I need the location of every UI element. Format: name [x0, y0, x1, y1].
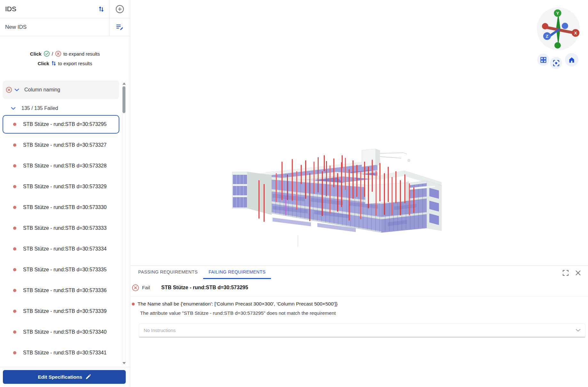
- fail-dot-icon: [13, 310, 16, 313]
- fail-dot-icon: [13, 143, 16, 147]
- scroll-up-arrow-icon[interactable]: [123, 82, 126, 85]
- viewport-3d[interactable]: Y X Z: [131, 0, 588, 266]
- gizmo-axis-y[interactable]: Y: [554, 10, 561, 17]
- hint-bold: Click: [38, 61, 49, 66]
- result-label: STB Stütze - rund:STB d=30:573340: [23, 329, 107, 335]
- result-item[interactable]: STB Stütze - rund:STB d=30:573340: [3, 323, 119, 341]
- gizmo-axis-neg-x[interactable]: [542, 23, 548, 29]
- result-item[interactable]: STB Stütze - rund:STB d=30:573341: [3, 344, 119, 362]
- fail-dot-icon: [13, 206, 16, 209]
- result-label: STB Stütze - rund:STB d=30:573341: [23, 350, 107, 356]
- result-label: STB Stütze - rund:STB d=30:573336: [23, 288, 107, 293]
- requirement-rule: The Name shall be {'enumeration': ['Colu…: [138, 301, 338, 307]
- tab-failing-requirements[interactable]: FAILING REQUIREMENTS: [203, 266, 271, 279]
- chevron-down-icon[interactable]: [11, 107, 16, 110]
- chevron-down-icon: [576, 329, 581, 332]
- result-item[interactable]: STB Stütze - rund:STB d=30:573339: [3, 302, 119, 321]
- hint-expand: Click / to expand results: [0, 50, 130, 57]
- page-title: IDS: [5, 5, 98, 13]
- tab-passing-requirements[interactable]: PASSING REQUIREMENTS: [133, 266, 203, 279]
- gizmo-axis-neg-y[interactable]: [554, 42, 561, 49]
- add-ids-button[interactable]: [115, 5, 124, 13]
- export-results-button[interactable]: [98, 6, 104, 12]
- requirements-panel: PASSING REQUIREMENTS FAILING REQUIREMENT…: [131, 266, 588, 387]
- instructions-placeholder: No Instructions: [144, 328, 176, 333]
- pencil-icon: [85, 374, 91, 380]
- fail-dot-icon: [13, 123, 16, 126]
- fail-dot-icon: [13, 330, 16, 334]
- chevron-down-icon[interactable]: [14, 89, 19, 91]
- list-scrollbar[interactable]: [122, 81, 126, 366]
- hint-text: to export results: [58, 61, 92, 66]
- usage-hints: Click / to expand results Clic: [0, 50, 130, 66]
- hint-export: Click to export results: [0, 60, 130, 66]
- plus-circle-icon: [115, 5, 124, 13]
- svg-text:Z: Z: [546, 34, 548, 39]
- spec-name: Column naming: [24, 87, 60, 93]
- app-root: IDS: [0, 0, 588, 387]
- result-item[interactable]: STB Stütze - rund:STB d=30:573333: [3, 219, 119, 237]
- results-list: Column naming 135 / 135 Failed STB Stütz…: [0, 80, 130, 367]
- fail-summary-label: 135 / 135 Failed: [21, 105, 58, 111]
- sidebar-header: IDS: [0, 0, 130, 18]
- close-panel-button[interactable]: [575, 270, 581, 276]
- model-3d-building[interactable]: [228, 143, 449, 248]
- ids-list-row[interactable]: New IDS: [0, 18, 130, 36]
- result-element-name: STB Stütze - rund:STB d=30:573295: [161, 285, 248, 290]
- fail-dot-icon: [13, 268, 16, 271]
- result-item[interactable]: STB Stütze - rund:STB d=30:573329: [3, 177, 119, 196]
- check-circle-icon: [44, 50, 50, 57]
- result-item[interactable]: STB Stütze - rund:STB d=30:573328: [3, 157, 119, 175]
- sort-arrows-icon: [98, 6, 104, 12]
- fail-circle-icon[interactable]: [6, 87, 12, 93]
- sidebar-footer: Edit Specifications: [0, 367, 130, 387]
- requirements-tabs: PASSING REQUIREMENTS FAILING REQUIREMENT…: [131, 266, 588, 279]
- scrollbar-thumb[interactable]: [123, 86, 125, 113]
- result-label: STB Stütze - rund:STB d=30:573334: [23, 246, 107, 252]
- requirement-block: The Name shall be {'enumeration': ['Colu…: [131, 297, 588, 316]
- playlist-edit-icon: [116, 24, 123, 30]
- ids-name: New IDS: [5, 24, 104, 30]
- home-icon: [568, 57, 575, 63]
- result-label: STB Stütze - rund:STB d=30:573335: [23, 267, 107, 273]
- result-label: STB Stütze - rund:STB d=30:573339: [23, 308, 107, 314]
- result-item[interactable]: STB Stütze - rund:STB d=30:573327: [3, 136, 119, 154]
- result-item[interactable]: STB Stütze - rund:STB d=30:573295: [3, 115, 119, 134]
- result-item[interactable]: STB Stütze - rund:STB d=30:573334: [3, 240, 119, 258]
- requirement-detail: The attribute value "STB Stütze - rund:S…: [140, 310, 588, 316]
- home-view-button[interactable]: [565, 53, 578, 66]
- fail-dot-icon: [13, 185, 16, 188]
- result-label: STB Stütze - rund:STB d=30:573327: [23, 142, 107, 148]
- result-label: STB Stütze - rund:STB d=30:573295: [23, 121, 107, 127]
- scroll-down-arrow-icon[interactable]: [123, 362, 126, 364]
- focus-selection-button[interactable]: [550, 57, 562, 69]
- spec-row-column-naming[interactable]: Column naming: [3, 81, 119, 99]
- result-label: STB Stütze - rund:STB d=30:573328: [23, 163, 107, 169]
- hint-bold: Click: [30, 51, 42, 57]
- x-circle-icon: [55, 50, 61, 57]
- fail-dot-icon: [13, 164, 16, 167]
- grid-icon: [540, 57, 546, 63]
- result-item[interactable]: STB Stütze - rund:STB d=30:573335: [3, 260, 119, 279]
- sort-arrows-icon: [51, 60, 56, 66]
- gizmo-axis-z[interactable]: Z: [543, 32, 551, 40]
- expand-panel-button[interactable]: [562, 270, 569, 276]
- edit-ids-button[interactable]: [116, 24, 123, 30]
- gizmo-axis-neg-z[interactable]: [562, 23, 568, 29]
- fail-summary-row[interactable]: 135 / 135 Failed: [3, 102, 119, 115]
- instructions-dropdown[interactable]: No Instructions: [139, 323, 585, 337]
- svg-text:Y: Y: [556, 11, 559, 16]
- hint-slash: /: [52, 51, 53, 57]
- result-item[interactable]: STB Stütze - rund:STB d=30:573330: [3, 198, 119, 217]
- fail-dot-icon: [13, 289, 16, 292]
- fail-dot-icon: [13, 351, 16, 354]
- result-label: STB Stütze - rund:STB d=30:573333: [23, 225, 107, 231]
- result-item[interactable]: STB Stütze - rund:STB d=30:573336: [3, 281, 119, 300]
- edit-specifications-label: Edit Specifications: [38, 374, 82, 380]
- grid-view-button[interactable]: [537, 54, 549, 66]
- gizmo-axis-x[interactable]: X: [572, 29, 579, 37]
- status-badge: Fail: [142, 285, 150, 290]
- focus-icon: [553, 60, 560, 66]
- edit-specifications-button[interactable]: Edit Specifications: [3, 370, 126, 384]
- result-label: STB Stütze - rund:STB d=30:573329: [23, 184, 107, 190]
